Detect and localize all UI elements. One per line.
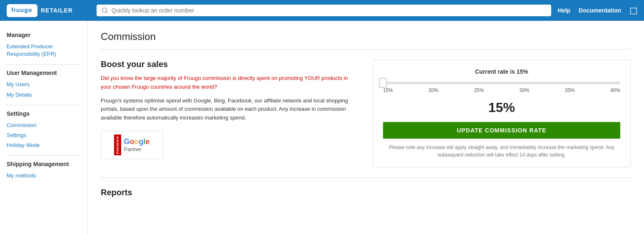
sidebar-item-holiday-mode[interactable]: Holiday Mode xyxy=(7,140,80,150)
gp-partner-label: Partner xyxy=(124,146,149,152)
gp-premier-label: PREMIER xyxy=(114,134,121,155)
sidebar-manager-title: Manager xyxy=(7,32,80,38)
sidebar-divider-2 xyxy=(7,105,80,105)
gp-inner: PREMIER Google Partner xyxy=(114,134,149,155)
sidebar-settings-title: Settings xyxy=(7,110,80,117)
svg-text:fruugo: fruugo xyxy=(11,7,32,13)
slider-container[interactable] xyxy=(383,82,620,84)
reports-title: Reports xyxy=(101,188,631,197)
svg-point-2 xyxy=(102,8,107,12)
update-commission-rate-button[interactable]: UPDATE COMMISSION RATE xyxy=(383,122,620,139)
search-input[interactable] xyxy=(112,7,546,14)
retailer-label: RETAILER xyxy=(41,7,73,14)
slider-track xyxy=(383,82,620,84)
gp-google-label: Google xyxy=(124,137,149,146)
fruugo-svg: fruugo xyxy=(10,5,35,15)
sidebar-item-commission[interactable]: Commission xyxy=(7,120,80,130)
commission-section: Boost your sales Did you know the large … xyxy=(101,60,631,167)
logo: fruugo xyxy=(7,4,37,17)
nav-links: Help Documentation ⬚ xyxy=(558,5,637,15)
slider-label-40: 40% xyxy=(610,87,620,93)
content-area: Commission Boost your sales Did you know… xyxy=(87,21,644,234)
svg-line-3 xyxy=(106,12,108,13)
sidebar-user-management-title: User Management xyxy=(7,70,80,76)
sidebar-item-my-users[interactable]: My Users xyxy=(7,80,80,90)
search-bar[interactable] xyxy=(97,5,551,16)
slider-label-30: 30% xyxy=(520,87,530,93)
commission-card: Current rate is 15% 15% 20% 25% 30% 35% … xyxy=(373,60,631,167)
search-icon xyxy=(102,7,108,14)
top-navigation: fruugo RETAILER Help Documentation ⬚ xyxy=(0,0,644,21)
boost-highlight-text: Did you know the large majority of Fruug… xyxy=(101,74,359,92)
sidebar-item-my-details[interactable]: My Details xyxy=(7,90,80,100)
sidebar-shipping-title: Shipping Management xyxy=(7,161,80,167)
section-divider-top xyxy=(101,49,631,50)
page-title: Commission xyxy=(101,31,631,42)
main-layout: Manager Extended Producer Responsibility… xyxy=(0,21,644,234)
slider-label-15: 15% xyxy=(383,87,393,93)
slider-thumb[interactable] xyxy=(379,78,387,88)
logout-icon[interactable]: ⬚ xyxy=(629,5,637,15)
rate-display: 15% xyxy=(383,100,620,115)
sidebar-item-epr[interactable]: Extended Producer Responsibility (EPR) xyxy=(7,42,80,59)
current-rate-title: Current rate is 15% xyxy=(383,68,620,75)
logo-area: fruugo RETAILER xyxy=(7,4,90,17)
sidebar-item-my-methods[interactable]: My methods xyxy=(7,171,80,181)
google-partner-badge: PREMIER Google Partner xyxy=(101,131,163,159)
commission-note: Please note any increase will apply stra… xyxy=(383,144,620,159)
sidebar-divider-3 xyxy=(7,155,80,156)
boost-normal-text: Fruugo's systems optimise spend with Goo… xyxy=(101,97,359,122)
sidebar: Manager Extended Producer Responsibility… xyxy=(0,21,87,234)
slider-label-25: 25% xyxy=(474,87,484,93)
section-divider-bottom xyxy=(101,177,631,178)
slider-labels: 15% 20% 25% 30% 35% 40% xyxy=(383,87,620,93)
slider-label-20: 20% xyxy=(428,87,438,93)
sidebar-divider-1 xyxy=(7,64,80,65)
gp-text: Google Partner xyxy=(124,137,149,152)
boost-content: Boost your sales Did you know the large … xyxy=(101,60,359,167)
slider-label-35: 35% xyxy=(565,87,575,93)
logo-text: fruugo xyxy=(10,9,35,16)
help-link[interactable]: Help xyxy=(558,7,570,14)
boost-title: Boost your sales xyxy=(101,60,359,69)
sidebar-item-settings[interactable]: Settings xyxy=(7,130,80,140)
documentation-link[interactable]: Documentation xyxy=(579,7,621,14)
